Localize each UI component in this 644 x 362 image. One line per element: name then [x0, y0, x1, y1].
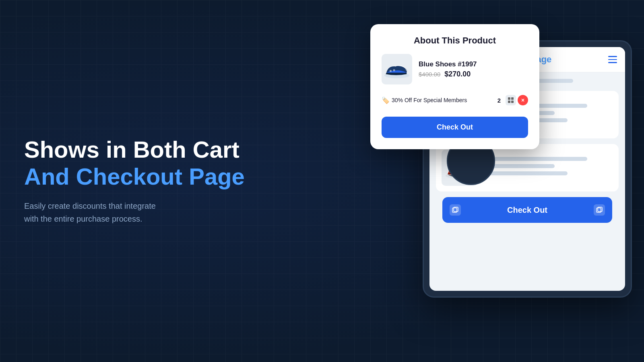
- copy-icon-right: [596, 207, 603, 213]
- discount-label: 30% Off For Special Members: [392, 97, 467, 103]
- copy-icon-left: [452, 207, 458, 213]
- svg-rect-13: [508, 97, 510, 100]
- svg-point-11: [390, 70, 392, 72]
- modal-title: About This Product: [382, 35, 528, 46]
- modal-checkout-label: Check Out: [437, 123, 473, 131]
- modal-discount-row: 🏷️ 30% Off For Special Members 2 ×: [382, 92, 528, 109]
- sub-text: Easily create discounts that integrate w…: [24, 200, 209, 226]
- discount-badge: 🏷️ 30% Off For Special Members: [382, 97, 467, 104]
- modal-product-row: Blue Shoes #1997 $400.00 $270.00: [382, 54, 528, 84]
- modal-shoe-image: [383, 59, 411, 80]
- hamburger-line-3: [608, 62, 617, 63]
- svg-rect-15: [508, 101, 510, 103]
- checkout-copy-left-icon: [450, 204, 461, 216]
- modal-product-name: Blue Shoes #1997: [419, 60, 528, 68]
- heading-line1: Shows in Both Cart: [24, 136, 239, 162]
- heading-line2: And Checkout Page: [24, 163, 245, 189]
- svg-rect-14: [511, 97, 514, 100]
- tablet-checkout-button[interactable]: Check Out: [442, 197, 612, 223]
- hamburger-line-1: [608, 56, 617, 57]
- modal-product-info: Blue Shoes #1997 $400.00 $270.00: [419, 60, 528, 78]
- hero-left-section: Shows in Both Cart And Checkout Page Eas…: [24, 136, 250, 225]
- product-2-lines: [483, 157, 613, 179]
- product-line: [483, 157, 587, 161]
- modal-product-image: [382, 54, 412, 84]
- svg-point-12: [393, 69, 395, 71]
- stepper-icon: [508, 97, 514, 103]
- product-line: [483, 171, 568, 175]
- quantity-stepper-button[interactable]: [506, 95, 516, 105]
- svg-rect-16: [511, 101, 514, 103]
- quantity-value: 2: [494, 97, 504, 104]
- product-modal: About This Product Blue Shoes #1997 $400…: [370, 24, 539, 149]
- hamburger-line-2: [608, 59, 617, 60]
- tag-icon: 🏷️: [382, 97, 390, 104]
- modal-prices: $400.00 $270.00: [419, 70, 528, 78]
- quantity-control[interactable]: 2 ×: [494, 95, 528, 105]
- tablet-checkout-label: Check Out: [461, 206, 594, 215]
- close-icon: ×: [521, 97, 524, 103]
- price-original: $400.00: [419, 71, 440, 78]
- hamburger-menu-button[interactable]: [608, 56, 617, 63]
- checkout-copy-right-icon: [594, 204, 605, 216]
- modal-checkout-button[interactable]: Check Out: [382, 117, 528, 138]
- main-heading: Shows in Both Cart And Checkout Page: [24, 136, 250, 190]
- right-section: Cart Page: [298, 0, 644, 362]
- price-discounted: $270.00: [444, 70, 471, 78]
- remove-item-button[interactable]: ×: [518, 95, 528, 105]
